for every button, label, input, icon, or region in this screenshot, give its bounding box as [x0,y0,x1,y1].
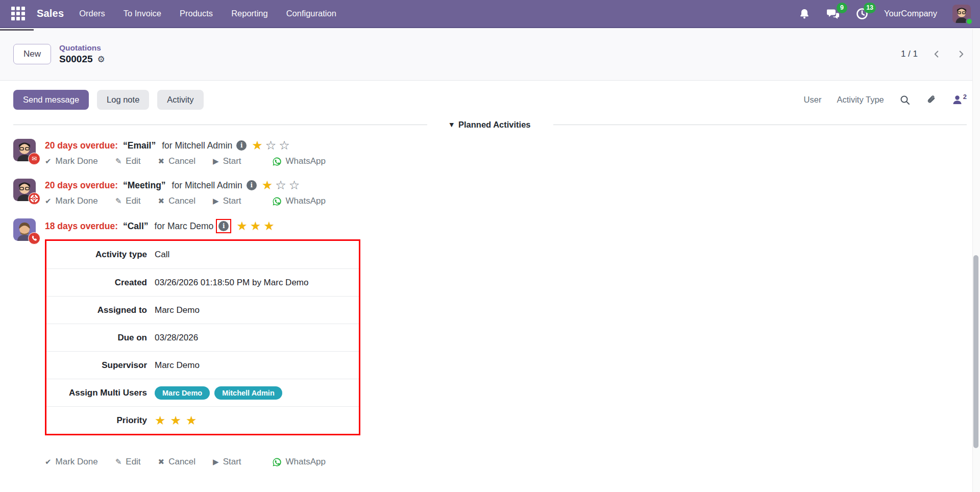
menu-products[interactable]: Products [180,9,213,18]
info-icon[interactable]: i [218,221,229,231]
play-icon: ▶ [213,196,219,206]
search-icon[interactable] [899,94,911,106]
control-panel: New Quotations S00025 ⚙ 1 / 1 [0,28,980,81]
activity-row-meeting: 20 days overdue: “Meeting” for Mitchell … [13,179,967,206]
star-icon[interactable]: ★ [250,220,261,232]
avatar-marc-demo [13,218,36,241]
play-icon: ▶ [213,157,219,166]
star-icon[interactable]: ☆ [265,139,277,152]
messages-count-badge: 9 [837,3,847,13]
edit-link[interactable]: ✎Edit [115,156,141,166]
messages-icon[interactable]: 9 [826,7,840,20]
start-link[interactable]: ▶Start [213,196,241,206]
info-icon[interactable]: i [247,180,257,190]
cancel-link[interactable]: ✖Cancel [158,196,196,206]
app-name[interactable]: Sales [37,8,64,19]
online-status-dot [966,18,973,25]
log-note-button[interactable]: Log note [97,90,149,110]
scrollbar-thumb[interactable] [973,255,978,448]
call-activity-icon [28,232,40,244]
edit-link[interactable]: ✎Edit [115,196,141,206]
planned-activities-divider: ▼ Planned Activities [13,120,967,130]
pager-next-icon[interactable] [955,48,967,60]
star-icon: ★ [155,414,166,427]
activities-list: ✉ 20 days overdue: “Email” for Mitchell … [0,138,980,467]
star-icon[interactable]: ★ [252,139,263,152]
activity-assignee: for Mitchell Admin [172,180,242,191]
mark-done-link[interactable]: ✔Mark Done [45,196,98,206]
menu-orders[interactable]: Orders [79,9,105,18]
overdue-label: 18 days overdue: [45,221,118,232]
mark-done-link[interactable]: ✔Mark Done [45,457,98,467]
attachment-paperclip-icon[interactable] [926,94,937,106]
star-icon[interactable]: ★ [236,220,248,232]
whatsapp-link[interactable]: WhatsApp [272,457,326,467]
whatsapp-link[interactable]: WhatsApp [272,196,326,206]
company-switcher[interactable]: YourCompany [884,9,937,18]
chevron-down-icon: ▼ [450,121,454,128]
pager-previous-icon[interactable] [931,48,942,60]
edit-link[interactable]: ✎Edit [115,457,141,467]
meeting-activity-icon [28,192,40,205]
x-icon: ✖ [158,196,165,206]
activities-clock-icon[interactable]: 13 [855,7,869,20]
overdue-label: 20 days overdue: [45,180,118,191]
info-icon[interactable]: i [236,140,247,151]
star-icon[interactable]: ★ [262,179,273,191]
email-activity-icon: ✉ [28,153,40,165]
activity-assignee: for Mitchell Admin [162,140,232,151]
whatsapp-icon [272,457,282,467]
star-icon[interactable]: ☆ [275,179,286,191]
popover-row-assign-multi-users: Assign Multi Users Marc Demo Mitchell Ad… [46,379,359,406]
star-icon[interactable]: ☆ [279,139,290,152]
avatar-mitchell-admin: ✉ [13,139,36,161]
star-icon[interactable]: ☆ [289,179,300,191]
priority-stars: ★ ★ ★ [236,220,275,232]
popover-row-created: Created 03/26/2026 01:18:50 PM by Marc D… [46,268,359,296]
filter-activity-type[interactable]: Activity Type [837,95,884,105]
whatsapp-link[interactable]: WhatsApp [272,156,326,166]
star-icon: ★ [186,414,197,427]
popover-row-assigned-to: Assigned to Marc Demo [46,296,359,324]
menu-reporting[interactable]: Reporting [231,9,268,18]
highlight-box: i [216,219,231,233]
scrollbar-track[interactable] [972,29,980,492]
pager-count: 1 / 1 [901,49,918,59]
user-avatar[interactable] [952,5,971,23]
activity-actions: ✔Mark Done ✎Edit ✖Cancel ▶Start WhatsApp [45,457,967,467]
menu-to-invoice[interactable]: To Invoice [124,9,161,18]
record-title: S00025 [59,54,93,65]
notifications-bell-icon[interactable] [798,8,811,20]
send-message-button[interactable]: Send message [13,90,89,110]
menu-configuration[interactable]: Configuration [286,9,336,18]
check-icon: ✔ [45,457,52,466]
cancel-link[interactable]: ✖Cancel [158,457,196,467]
check-icon: ✔ [45,157,52,166]
breadcrumb: Quotations S00025 ⚙ [59,43,105,65]
activity-actions: ✔Mark Done ✎Edit ✖Cancel ▶Start WhatsApp [45,196,967,206]
filter-user[interactable]: User [804,95,822,105]
cancel-link[interactable]: ✖Cancel [158,156,196,166]
new-button[interactable]: New [13,44,51,64]
x-icon: ✖ [158,157,165,166]
start-link[interactable]: ▶Start [213,156,241,166]
start-link[interactable]: ▶Start [213,457,241,467]
apps-menu-icon[interactable] [9,5,27,22]
popover-row-priority: Priority ★ ★ ★ [46,406,359,434]
overdue-label: 20 days overdue: [45,140,118,151]
mark-done-link[interactable]: ✔Mark Done [45,156,98,166]
avatar-mitchell-admin [13,179,36,201]
user-tag: Marc Demo [155,386,210,400]
followers-icon[interactable]: 2 [952,95,967,105]
activity-button[interactable]: Activity [157,90,203,110]
top-navbar: Sales Orders To Invoice Products Reporti… [0,0,980,28]
star-icon[interactable]: ★ [263,220,275,232]
activity-name: “Meeting” [123,180,166,191]
loading-indicator [0,29,34,31]
planned-activities-toggle[interactable]: ▼ Planned Activities [450,120,531,130]
breadcrumb-quotations-link[interactable]: Quotations [59,43,105,53]
record-pager: 1 / 1 [901,48,967,60]
user-tag: Mitchell Admin [214,386,282,400]
gear-icon[interactable]: ⚙ [97,54,105,64]
main-menu: Orders To Invoice Products Reporting Con… [79,9,336,18]
